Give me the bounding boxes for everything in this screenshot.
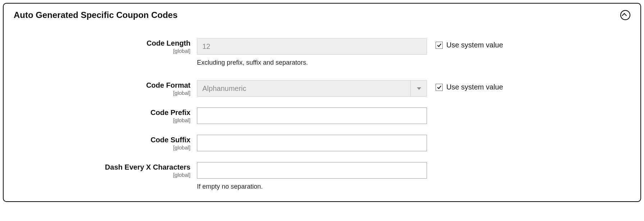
meta-col: Use system value bbox=[427, 80, 503, 91]
row-code-length: Code Length [global] Excluding prefix, s… bbox=[14, 38, 630, 66]
dash-every-scope: [global] bbox=[14, 172, 190, 178]
code-suffix-scope: [global] bbox=[14, 144, 190, 151]
dash-every-input[interactable] bbox=[197, 162, 427, 179]
code-format-scope: [global] bbox=[14, 90, 190, 96]
chevron-up-icon bbox=[622, 13, 627, 18]
code-format-use-system-checkbox[interactable] bbox=[436, 84, 443, 91]
label-col: Code Suffix [global] bbox=[14, 135, 197, 151]
code-suffix-label: Code Suffix bbox=[14, 135, 190, 144]
meta-col: Use system value bbox=[427, 38, 503, 49]
code-length-use-system-label[interactable]: Use system value bbox=[446, 41, 503, 49]
label-col: Code Length [global] bbox=[14, 38, 197, 54]
code-length-input bbox=[197, 38, 427, 55]
meta-col bbox=[427, 162, 436, 165]
code-prefix-input[interactable] bbox=[197, 107, 427, 124]
dash-every-label: Dash Every X Characters bbox=[14, 163, 190, 171]
code-length-scope: [global] bbox=[14, 48, 190, 54]
code-length-helper: Excluding prefix, suffix and separators. bbox=[197, 59, 427, 66]
meta-col bbox=[427, 135, 436, 138]
code-prefix-scope: [global] bbox=[14, 117, 190, 123]
dash-every-helper: If empty no separation. bbox=[197, 183, 427, 190]
collapse-toggle-button[interactable] bbox=[620, 10, 630, 20]
code-format-label: Code Format bbox=[14, 81, 190, 89]
meta-col bbox=[427, 107, 436, 110]
code-format-select bbox=[197, 80, 427, 97]
row-code-prefix: Code Prefix [global] bbox=[14, 107, 630, 124]
checkmark-icon bbox=[437, 84, 441, 89]
input-col bbox=[197, 107, 427, 124]
code-format-use-system-label[interactable]: Use system value bbox=[446, 83, 503, 91]
row-code-suffix: Code Suffix [global] bbox=[14, 135, 630, 151]
checkmark-icon bbox=[437, 42, 441, 47]
label-col: Dash Every X Characters [global] bbox=[14, 162, 197, 178]
label-col: Code Format [global] bbox=[14, 80, 197, 96]
input-col: Excluding prefix, suffix and separators. bbox=[197, 38, 427, 66]
panel-title: Auto Generated Specific Coupon Codes bbox=[14, 10, 178, 20]
code-length-label: Code Length bbox=[14, 39, 190, 47]
coupon-codes-panel: Auto Generated Specific Coupon Codes Cod… bbox=[3, 3, 641, 202]
form-area: Code Length [global] Excluding prefix, s… bbox=[14, 38, 630, 190]
input-col bbox=[197, 80, 427, 97]
row-dash-every: Dash Every X Characters [global] If empt… bbox=[14, 162, 630, 190]
code-suffix-input[interactable] bbox=[197, 135, 427, 151]
label-col: Code Prefix [global] bbox=[14, 107, 197, 123]
input-col bbox=[197, 135, 427, 151]
row-code-format: Code Format [global] Use system value bbox=[14, 80, 630, 97]
code-length-use-system-checkbox[interactable] bbox=[436, 42, 443, 49]
panel-header: Auto Generated Specific Coupon Codes bbox=[14, 10, 630, 20]
code-prefix-label: Code Prefix bbox=[14, 108, 190, 117]
input-col: If empty no separation. bbox=[197, 162, 427, 190]
code-format-select-wrap bbox=[197, 80, 427, 97]
